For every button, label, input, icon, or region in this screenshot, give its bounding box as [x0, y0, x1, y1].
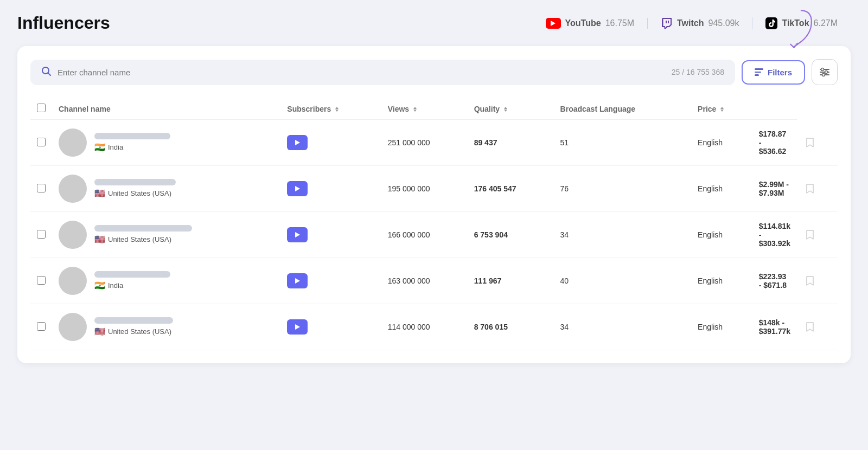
- bookmark-cell: [797, 304, 838, 350]
- table-header-row: Channel name Subscribers Views Quality B…: [30, 98, 838, 120]
- th-quality[interactable]: Quality: [468, 98, 554, 120]
- channel-info: 🇺🇸 United States (USA): [94, 317, 173, 337]
- youtube-play-icon: [287, 227, 308, 242]
- svg-point-4: [821, 68, 824, 71]
- youtube-count: 16.75M: [605, 18, 634, 28]
- select-all-checkbox[interactable]: [37, 104, 46, 112]
- row-checkbox-cell: [30, 304, 52, 350]
- broadcast-language-cell: English: [691, 120, 752, 166]
- country-name: United States (USA): [108, 189, 171, 197]
- views-cell: 8 706 015: [468, 304, 554, 350]
- quality-cell: 34: [554, 304, 692, 350]
- avatar: [59, 128, 87, 157]
- twitch-count: 945.09k: [709, 18, 739, 28]
- th-broadcast-language: Broadcast Language: [554, 98, 692, 120]
- avatar: [59, 313, 87, 341]
- platform-cell: [280, 166, 381, 212]
- row-checkbox-cell: [30, 258, 52, 304]
- quality-cell: 34: [554, 212, 692, 258]
- quality-cell: 76: [554, 166, 692, 212]
- svg-rect-0: [668, 21, 669, 23]
- bookmark-button[interactable]: [803, 319, 816, 335]
- filters-button[interactable]: Filters: [742, 60, 805, 85]
- settings-button[interactable]: [812, 59, 838, 85]
- country-flag: 🇺🇸: [94, 326, 105, 337]
- page-title: Influencers: [17, 13, 110, 33]
- sliders-icon: [819, 67, 830, 78]
- channel-cell[interactable]: 🇮🇳 India: [52, 258, 280, 304]
- platform-cell: [280, 258, 381, 304]
- page-header: Influencers YouTube 16.75M Twitch 945.09…: [17, 13, 851, 33]
- twitch-label: Twitch: [677, 18, 704, 28]
- quality-cell: 51: [554, 120, 692, 166]
- platform-cell: [280, 120, 381, 166]
- bookmark-button[interactable]: [803, 273, 816, 288]
- broadcast-language-cell: English: [691, 304, 752, 350]
- channel-name-bar: [94, 271, 170, 278]
- avatar: [59, 175, 87, 203]
- tiktok-label: TikTok: [782, 18, 809, 28]
- influencer-table: Channel name Subscribers Views Quality B…: [30, 98, 838, 350]
- search-input[interactable]: [58, 68, 665, 77]
- bookmark-cell: [797, 120, 838, 166]
- price-cell: $2.99M - $7.93M: [752, 166, 797, 212]
- channel-country: 🇺🇸 United States (USA): [94, 234, 192, 245]
- table-row: 🇮🇳 India 251 000 000 89 437 51 English $…: [30, 120, 838, 166]
- row-checkbox[interactable]: [37, 138, 46, 146]
- channel-cell[interactable]: 🇺🇸 United States (USA): [52, 166, 280, 212]
- platform-twitch[interactable]: Twitch 945.09k: [648, 17, 752, 29]
- row-checkbox-cell: [30, 166, 52, 212]
- channel-cell[interactable]: 🇺🇸 United States (USA): [52, 212, 280, 258]
- views-cell: 89 437: [468, 120, 554, 166]
- table-row: 🇺🇸 United States (USA) 166 000 000 6 753…: [30, 212, 838, 258]
- bookmark-button[interactable]: [803, 227, 816, 242]
- bookmark-cell: [797, 166, 838, 212]
- th-price[interactable]: Price: [691, 98, 752, 120]
- country-name: United States (USA): [108, 327, 171, 336]
- bookmark-cell: [797, 258, 838, 304]
- channel-country: 🇺🇸 United States (USA): [94, 326, 173, 337]
- avatar: [59, 221, 87, 249]
- search-row: 25 / 16 755 368 Filters: [30, 59, 838, 85]
- row-checkbox[interactable]: [37, 276, 46, 285]
- th-channel-name[interactable]: Channel name: [52, 98, 280, 120]
- youtube-play-icon: [287, 273, 308, 288]
- svg-point-8: [822, 74, 825, 76]
- channel-name-bar: [94, 179, 176, 185]
- platform-tiktok[interactable]: TikTok 6.27M: [752, 17, 851, 29]
- filters-label: Filters: [768, 68, 792, 77]
- youtube-icon: [546, 18, 561, 29]
- channel-info: 🇮🇳 India: [94, 133, 170, 152]
- views-sort-icon: [413, 107, 417, 112]
- search-box: 25 / 16 755 368: [30, 60, 735, 85]
- channel-info: 🇺🇸 United States (USA): [94, 179, 176, 198]
- platform-youtube[interactable]: YouTube 16.75M: [533, 18, 648, 29]
- channel-cell[interactable]: 🇺🇸 United States (USA): [52, 304, 280, 350]
- row-checkbox-cell: [30, 212, 52, 258]
- bookmark-icon: [806, 275, 814, 286]
- th-subscribers[interactable]: Subscribers: [280, 98, 381, 120]
- bookmark-button[interactable]: [803, 181, 816, 196]
- quality-sort-icon: [504, 107, 507, 112]
- tiktok-icon: [765, 17, 777, 29]
- row-checkbox[interactable]: [37, 322, 46, 331]
- twitch-icon: [661, 17, 673, 29]
- search-count: 25 / 16 755 368: [672, 68, 724, 76]
- subscribers-sort-icon: [335, 107, 339, 112]
- subscribers-cell: 166 000 000: [381, 212, 468, 258]
- table-row: 🇺🇸 United States (USA) 114 000 000 8 706…: [30, 304, 838, 350]
- tiktok-count: 6.27M: [814, 18, 838, 28]
- th-views[interactable]: Views: [381, 98, 468, 120]
- row-checkbox[interactable]: [37, 184, 46, 192]
- country-flag: 🇮🇳: [94, 280, 105, 291]
- channel-cell[interactable]: 🇮🇳 India: [52, 120, 280, 166]
- subscribers-cell: 114 000 000: [381, 304, 468, 350]
- price-cell: $148k - $391.77k: [752, 304, 797, 350]
- country-name: India: [108, 143, 123, 151]
- main-card: 25 / 16 755 368 Filters: [17, 46, 851, 363]
- row-checkbox[interactable]: [37, 230, 46, 239]
- platform-stats: YouTube 16.75M Twitch 945.09k TikTok 6.2…: [533, 17, 851, 29]
- bookmark-button[interactable]: [803, 135, 816, 150]
- svg-point-6: [825, 71, 828, 74]
- row-checkbox-cell: [30, 120, 52, 166]
